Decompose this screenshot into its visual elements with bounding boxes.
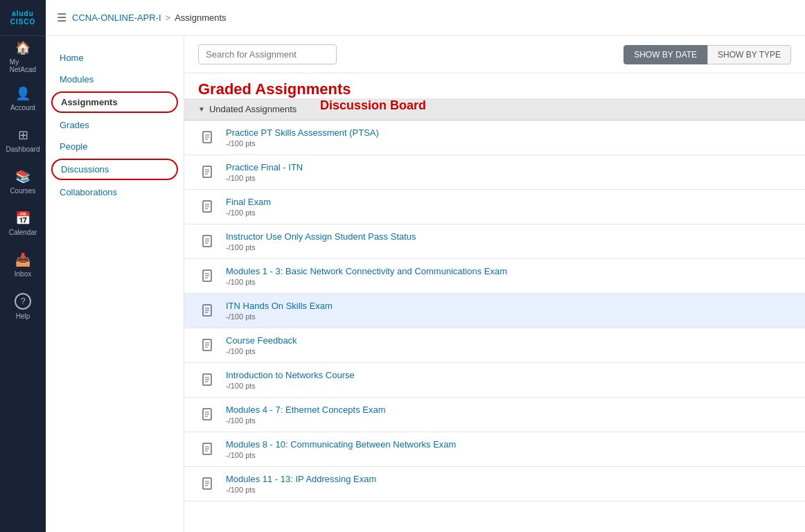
sidebar-item-collaborations[interactable]: Collaborations bbox=[46, 181, 184, 203]
cisco-logo: aludu CISCO bbox=[0, 0, 46, 36]
assignment-name: Modules 1 - 3: Basic Network Connectivit… bbox=[226, 266, 791, 276]
assignment-name: Practice Final - ITN bbox=[226, 162, 791, 172]
main-content: SHOW BY DATE SHOW BY TYPE Graded Assignm… bbox=[184, 36, 805, 532]
assignment-doc-icon bbox=[198, 371, 218, 390]
assignment-doc-icon bbox=[198, 301, 218, 321]
show-by-type-button[interactable]: SHOW BY TYPE bbox=[707, 45, 791, 64]
assignment-name: Modules 11 - 13: IP Addressing Exam bbox=[226, 474, 791, 484]
sidebar-item-modules[interactable]: Modules bbox=[46, 69, 184, 90]
inbox-icon: 📥 bbox=[15, 252, 30, 267]
table-row[interactable]: Modules 11 - 13: IP Addressing Exam -/10… bbox=[184, 467, 805, 502]
assignment-doc-icon bbox=[198, 336, 218, 355]
assignment-doc-icon bbox=[198, 475, 218, 494]
nav-item-help[interactable]: ? Help bbox=[0, 285, 46, 327]
table-row[interactable]: Introduction to Networks Course -/100 pt… bbox=[184, 363, 805, 398]
sidebar-item-grades[interactable]: Grades bbox=[46, 114, 184, 136]
assignment-info: ITN Hands On Skills Exam -/100 pts bbox=[226, 301, 791, 321]
assignment-name: ITN Hands On Skills Exam bbox=[226, 301, 791, 311]
section-label: Undated Assignments bbox=[209, 104, 297, 114]
home-icon: 🏠 bbox=[15, 40, 30, 55]
assignment-info: Practice Final - ITN -/100 pts bbox=[226, 162, 791, 182]
sidebar: Home Modules Assignments Grades People D… bbox=[46, 36, 184, 532]
assignment-doc-icon bbox=[198, 197, 218, 217]
sidebar-item-discussions[interactable]: Discussions bbox=[51, 159, 178, 180]
nav-item-calendar[interactable]: 📅 Calendar bbox=[0, 202, 46, 244]
main-area: ☰ CCNA-ONLINE-APR-I > Assignments Home M… bbox=[46, 0, 805, 532]
assignment-doc-icon bbox=[198, 405, 218, 425]
table-row[interactable]: ITN Hands On Skills Exam -/100 pts bbox=[184, 294, 805, 328]
breadcrumb-separator: > bbox=[166, 12, 171, 23]
assignment-pts: -/100 pts bbox=[226, 416, 791, 425]
assignments-header: SHOW BY DATE SHOW BY TYPE bbox=[184, 36, 805, 73]
assignment-pts: -/100 pts bbox=[226, 347, 791, 355]
assignment-pts: -/100 pts bbox=[226, 243, 791, 251]
breadcrumb: CCNA-ONLINE-APR-I > Assignments bbox=[72, 12, 227, 23]
hamburger-icon[interactable]: ☰ bbox=[57, 11, 67, 24]
assignment-pts: -/100 pts bbox=[226, 139, 791, 148]
logo-text-bottom: CISCO bbox=[10, 18, 36, 26]
nav-item-dashboard[interactable]: ⊞ Dashboard bbox=[0, 119, 46, 161]
sidebar-item-people[interactable]: People bbox=[46, 136, 184, 157]
assignment-info: Introduction to Networks Course -/100 pt… bbox=[226, 370, 791, 390]
assignment-name: Course Feedback bbox=[226, 335, 791, 346]
table-row[interactable]: Modules 4 - 7: Ethernet Concepts Exam -/… bbox=[184, 398, 805, 432]
nav-label-help: Help bbox=[16, 312, 30, 320]
assignment-name: Introduction to Networks Course bbox=[226, 370, 791, 380]
breadcrumb-course-link[interactable]: CCNA-ONLINE-APR-I bbox=[72, 12, 161, 23]
assignment-info: Course Feedback -/100 pts bbox=[226, 335, 791, 355]
table-row[interactable]: Instructor Use Only Assign Student Pass … bbox=[184, 224, 805, 259]
table-row[interactable]: Practice PT Skills Assessment (PTSA) -/1… bbox=[184, 121, 805, 155]
table-row[interactable]: Final Exam -/100 pts bbox=[184, 190, 805, 224]
nav-item-courses[interactable]: 📚 Courses bbox=[0, 161, 46, 202]
assignment-pts: -/100 pts bbox=[226, 312, 791, 321]
assignment-pts: -/100 pts bbox=[226, 278, 791, 286]
section-collapse-icon: ▼ bbox=[198, 105, 205, 113]
assignment-name: Instructor Use Only Assign Student Pass … bbox=[226, 231, 791, 242]
assignments-list: ▼ Undated Assignments Practice PT Skills… bbox=[184, 98, 805, 532]
assignment-doc-icon bbox=[198, 128, 218, 148]
sidebar-item-home[interactable]: Home bbox=[46, 47, 184, 69]
assignment-info: Modules 4 - 7: Ethernet Concepts Exam -/… bbox=[226, 405, 791, 425]
table-row[interactable]: Course Feedback -/100 pts bbox=[184, 328, 805, 363]
view-buttons: SHOW BY DATE SHOW BY TYPE bbox=[623, 45, 791, 64]
sidebar-item-assignments[interactable]: Assignments bbox=[51, 91, 178, 113]
assignment-name: Final Exam bbox=[226, 197, 791, 207]
assignment-info: Instructor Use Only Assign Student Pass … bbox=[226, 231, 791, 251]
assignment-doc-icon bbox=[198, 440, 218, 459]
assignment-pts: -/100 pts bbox=[226, 209, 791, 217]
nav-item-account[interactable]: 👤 Account bbox=[0, 78, 46, 119]
assignment-pts: -/100 pts bbox=[226, 451, 791, 459]
calendar-icon: 📅 bbox=[15, 211, 30, 226]
assignment-name: Practice PT Skills Assessment (PTSA) bbox=[226, 127, 791, 138]
nav-label-courses: Courses bbox=[10, 187, 35, 195]
nav-rail: aludu CISCO 🏠 MyNetAcad 👤 Account ⊞ Dash… bbox=[0, 0, 46, 532]
assignment-info: Modules 11 - 13: IP Addressing Exam -/10… bbox=[226, 474, 791, 494]
top-bar: ☰ CCNA-ONLINE-APR-I > Assignments bbox=[46, 0, 805, 36]
assignment-info: Modules 8 - 10: Communicating Between Ne… bbox=[226, 439, 791, 459]
section-header[interactable]: ▼ Undated Assignments bbox=[184, 98, 805, 121]
assignment-name: Modules 8 - 10: Communicating Between Ne… bbox=[226, 439, 791, 450]
nav-label-calendar: Calendar bbox=[9, 229, 37, 236]
help-icon: ? bbox=[15, 293, 31, 310]
assignment-pts: -/100 pts bbox=[226, 174, 791, 182]
assignment-info: Modules 1 - 3: Basic Network Connectivit… bbox=[226, 266, 791, 286]
search-input[interactable] bbox=[198, 44, 337, 64]
assignment-doc-icon bbox=[198, 163, 218, 182]
nav-item-inbox[interactable]: 📥 Inbox bbox=[0, 244, 46, 285]
assignment-info: Final Exam -/100 pts bbox=[226, 197, 791, 217]
assignment-info: Practice PT Skills Assessment (PTSA) -/1… bbox=[226, 127, 791, 148]
assignment-pts: -/100 pts bbox=[226, 486, 791, 494]
assignment-doc-icon bbox=[198, 267, 218, 286]
assignment-pts: -/100 pts bbox=[226, 382, 791, 390]
logo-text-top: aludu bbox=[10, 10, 36, 18]
table-row[interactable]: Practice Final - ITN -/100 pts bbox=[184, 155, 805, 190]
table-row[interactable]: Modules 8 - 10: Communicating Between Ne… bbox=[184, 432, 805, 467]
table-row[interactable]: Modules 1 - 3: Basic Network Connectivit… bbox=[184, 259, 805, 294]
show-by-date-button[interactable]: SHOW BY DATE bbox=[623, 45, 707, 64]
nav-item-my-netacad[interactable]: 🏠 MyNetAcad bbox=[0, 36, 46, 78]
courses-icon: 📚 bbox=[15, 169, 30, 184]
page-title: Graded Assignments bbox=[184, 73, 805, 98]
assignment-doc-icon bbox=[198, 232, 218, 251]
nav-label-account: Account bbox=[10, 104, 35, 112]
account-icon: 👤 bbox=[15, 86, 30, 101]
